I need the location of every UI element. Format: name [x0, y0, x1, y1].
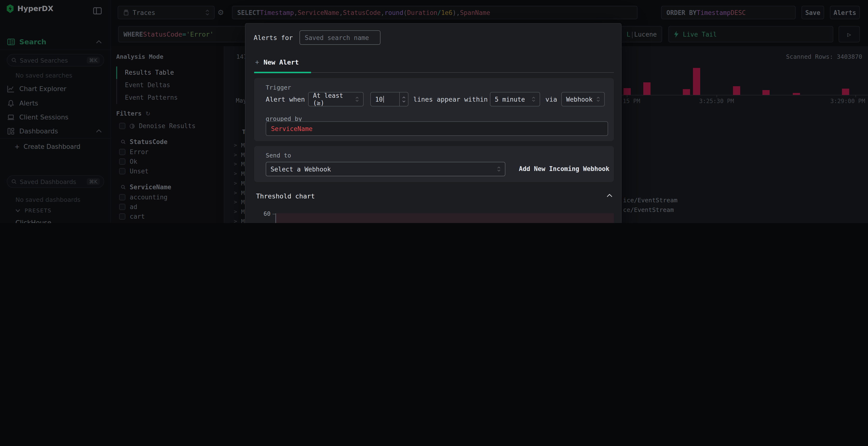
threshold-value: 10 — [375, 96, 383, 103]
condition-select[interactable]: At least (≥) — [308, 92, 364, 106]
text-caret — [383, 96, 383, 103]
chevron-updown-icon — [355, 96, 359, 102]
trigger-panel: Trigger Alert when At least (≥) 10 lines… — [254, 78, 614, 141]
collapse-chevron-icon[interactable] — [607, 194, 613, 198]
number-spinner[interactable] — [399, 93, 408, 106]
above-threshold-region — [275, 213, 614, 223]
chevron-updown-icon — [596, 96, 600, 102]
grouped-by-value: ServiceName — [271, 125, 312, 132]
active-tab-indicator — [254, 72, 311, 73]
threshold-number-input[interactable]: 10 — [370, 92, 408, 106]
window-value: 5 minute — [495, 96, 525, 103]
modal-title: Alerts for — [254, 34, 293, 41]
trigger-label: Trigger — [266, 84, 291, 91]
threshold-chart-svg — [275, 213, 614, 223]
webhook-placeholder: Select a Webhook — [271, 166, 331, 173]
channel-select[interactable]: Webhook — [561, 92, 605, 106]
tab-label: New Alert — [264, 58, 299, 66]
input-placeholder: Saved search name — [305, 34, 369, 41]
plus-icon: + — [255, 58, 259, 66]
hyperdx-app: Traces ⚙ SELECT Timestamp,ServiceName,St… — [0, 0, 868, 223]
send-to-label: Send to — [266, 152, 291, 159]
add-webhook-button[interactable]: Add New Incoming Webhook — [519, 165, 610, 172]
via-label: via — [546, 95, 557, 103]
y-tick-mark — [273, 214, 275, 214]
condition-value: At least (≥) — [313, 92, 355, 106]
window-select[interactable]: 5 minute — [490, 92, 540, 106]
threshold-chart-title: Threshold chart — [256, 192, 315, 200]
chevron-up-icon[interactable] — [402, 96, 406, 99]
webhook-select[interactable]: Select a Webhook — [266, 162, 505, 176]
tab-new-alert[interactable]: + New Alert — [255, 58, 299, 66]
chevron-updown-icon — [532, 96, 535, 102]
grouped-by-input[interactable]: ServiceName — [266, 122, 608, 136]
alert-when-label: Alert when — [266, 95, 305, 103]
chevron-updown-icon — [497, 166, 500, 172]
lines-appear-label: lines appear within — [413, 95, 488, 103]
channel-value: Webhook — [566, 96, 593, 103]
send-to-panel: Send to Select a Webhook Add New Incomin… — [254, 146, 614, 182]
saved-search-name-input[interactable]: Saved search name — [300, 30, 380, 45]
threshold-chart[interactable] — [275, 213, 614, 223]
alert-modal: Alerts for Saved search name + New Alert… — [245, 23, 622, 223]
y-axis-tick: 60 — [261, 210, 271, 217]
chevron-down-icon[interactable] — [402, 100, 406, 102]
